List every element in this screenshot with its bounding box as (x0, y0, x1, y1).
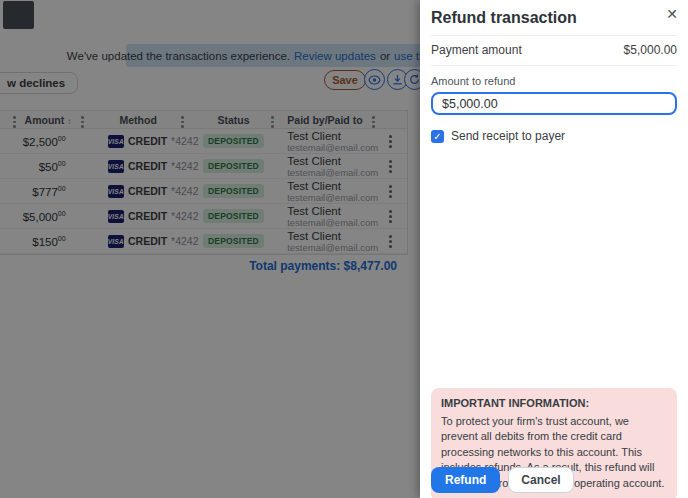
cancel-button[interactable]: Cancel (508, 467, 573, 493)
refund-transaction-screen: We've updated the transactions experienc… (0, 0, 688, 498)
send-receipt-row: ✓ Send receipt to payer (431, 129, 677, 143)
amount-to-refund-label: Amount to refund (431, 75, 677, 87)
payment-amount-row: Payment amount $5,000.00 (431, 35, 677, 66)
close-icon[interactable]: ✕ (666, 6, 678, 22)
send-receipt-checkbox[interactable]: ✓ (431, 130, 444, 143)
payment-amount-label: Payment amount (431, 43, 522, 57)
send-receipt-label: Send receipt to payer (451, 129, 565, 143)
panel-actions: Refund Cancel (431, 467, 574, 493)
amount-to-refund-input[interactable] (431, 92, 677, 115)
refund-panel: Refund transaction ✕ Payment amount $5,0… (420, 0, 688, 498)
warning-heading: IMPORTANT INFORMATION: (441, 396, 667, 412)
panel-title: Refund transaction (431, 9, 677, 27)
modal-overlay[interactable] (0, 0, 420, 498)
refund-button[interactable]: Refund (431, 467, 500, 493)
payment-amount-value: $5,000.00 (624, 43, 677, 57)
